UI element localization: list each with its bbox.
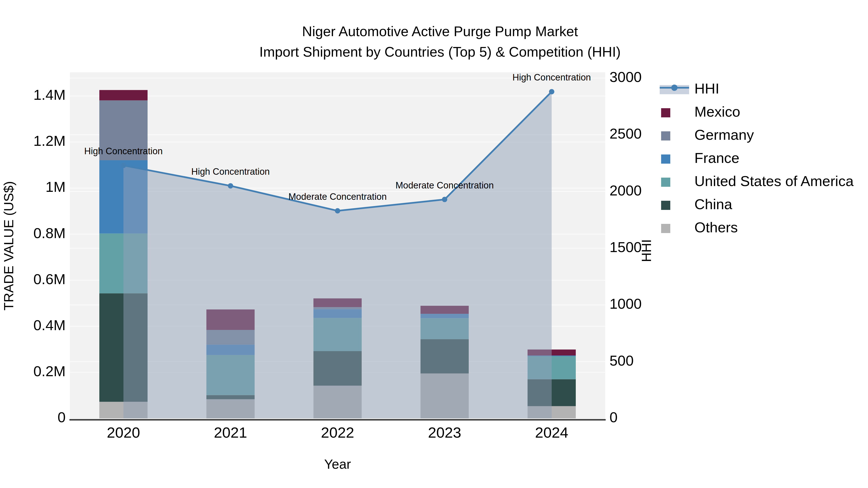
y-right-tick: 1500 [610,239,642,255]
y-right-tick: 1000 [610,296,642,312]
annotation-2020: High Concentration [84,146,162,156]
y-right-axis-title: HHI [639,239,654,262]
legend-label: China [694,196,732,212]
x-tick-2021: 2021 [214,424,247,441]
y-right-tick-labels: 050010001500200025003000 [610,69,642,425]
legend-swatch [661,224,670,233]
x-tick-2024: 2024 [535,424,568,441]
legend-swatch [661,201,670,210]
annotation-2022: Moderate Concentration [288,192,387,202]
x-tick-2020: 2020 [107,424,140,441]
legend-swatch [661,177,670,187]
y-left-tick: 0 [58,409,66,425]
legend-label: United States of America [694,173,854,189]
legend-item-hhi[interactable]: HHI [660,80,719,97]
y-right-tick: 500 [610,353,633,369]
legend: HHIMexicoGermanyFranceUnited States of A… [660,80,854,235]
y-left-tick-labels: 00.2M0.4M0.6M0.8M1M1.2M1.4M [33,87,66,425]
y-left-tick: 1.2M [33,133,66,149]
legend-swatch [661,108,670,117]
x-tick-labels: 20202021202220232024 [107,424,568,441]
y-right-tick: 0 [610,409,618,425]
legend-swatch [661,131,670,140]
legend-label: France [694,150,740,166]
legend-item-united-states-of-america[interactable]: United States of America [661,173,854,189]
legend-item-mexico[interactable]: Mexico [661,104,740,120]
x-axis-title: Year [324,457,351,471]
legend-hhi-marker-sample [671,85,678,91]
chart-page: High ConcentrationHigh ConcentrationMode… [0,0,868,488]
annotation-2021: High Concentration [191,166,270,177]
hhi-marker-2024[interactable] [549,89,554,94]
hhi-marker-2022[interactable] [335,208,340,214]
hhi-marker-2020[interactable] [121,163,126,168]
legend-label: Mexico [694,104,740,120]
y-left-tick: 0.8M [33,225,66,241]
legend-swatch [661,155,670,164]
chart-canvas: High ConcentrationHigh ConcentrationMode… [0,0,868,488]
legend-item-china[interactable]: China [661,196,732,212]
y-right-tick: 2500 [610,126,642,142]
y-left-tick: 0.4M [33,317,66,333]
legend-item-others[interactable]: Others [661,219,738,235]
y-left-tick: 0.2M [33,363,66,379]
legend-item-france[interactable]: France [661,150,740,166]
annotation-2024: High Concentration [513,72,591,83]
y-right-tick: 2000 [610,183,642,199]
y-left-axis-title: TRADE VALUE (US$) [1,181,16,311]
y-right-tick: 3000 [610,69,642,85]
y-left-tick: 1M [45,179,66,195]
y-left-tick: 0.6M [33,271,66,287]
bar-segment-mexico[interactable] [99,90,148,100]
y-left-tick: 1.4M [33,87,66,103]
x-tick-2022: 2022 [321,424,354,441]
hhi-marker-2021[interactable] [228,183,233,189]
chart-subtitle: Import Shipment by Countries (Top 5) & C… [259,44,621,60]
legend-label: HHI [694,80,719,97]
legend-label: Germany [694,127,754,143]
chart-title: Niger Automotive Active Purge Pump Marke… [302,23,578,39]
x-tick-2023: 2023 [428,424,461,441]
hhi-marker-2023[interactable] [442,197,447,202]
legend-label: Others [694,219,738,235]
annotation-2023: Moderate Concentration [396,180,494,190]
legend-item-germany[interactable]: Germany [661,127,754,143]
x-axis-line [69,419,606,421]
